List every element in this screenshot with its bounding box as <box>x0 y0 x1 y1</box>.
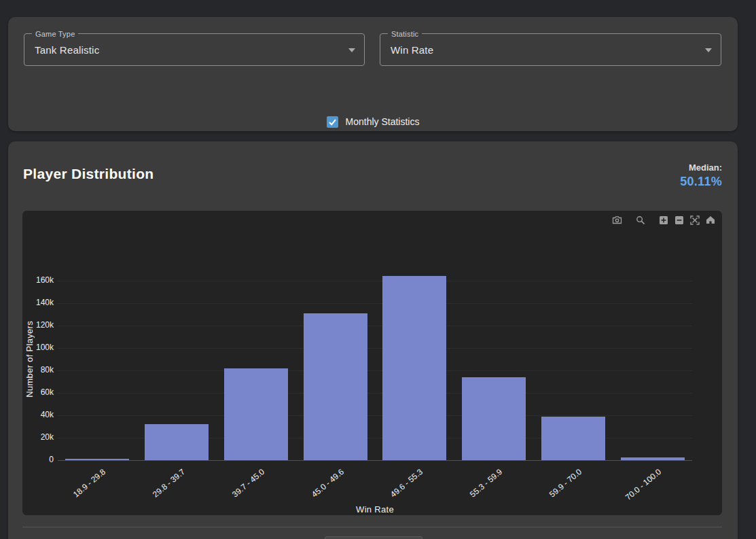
chevron-down-icon <box>348 48 355 52</box>
median-value: 50.11% <box>680 175 722 189</box>
y-tick-label: 20k <box>22 432 54 442</box>
camera-icon[interactable] <box>611 214 624 226</box>
section-divider <box>22 527 722 527</box>
chevron-down-icon <box>705 48 712 52</box>
x-tick-label: 49.6 - 55.3 <box>389 467 425 500</box>
x-tick-label: 39.7 - 45.0 <box>230 467 266 500</box>
statistic-select[interactable]: Statistic Win Rate <box>380 33 721 66</box>
y-tick-label: 160k <box>22 275 54 285</box>
filters-card: Game Type Tank Realistic Statistic Win R… <box>8 17 738 131</box>
x-tick-label: 45.0 - 49.6 <box>310 467 346 500</box>
zoom-out-icon[interactable] <box>672 214 685 226</box>
y-tick-label: 0 <box>22 455 54 464</box>
statistic-label: Statistic <box>388 30 422 38</box>
x-tick-label: 59.9 - 70.0 <box>547 467 583 500</box>
x-tick-label: 18.9 - 29.8 <box>71 467 107 500</box>
game-type-value: Tank Realistic <box>35 44 99 56</box>
x-axis-title: Win Rate <box>58 504 692 515</box>
zoom-in-icon[interactable] <box>657 214 670 226</box>
gridline <box>58 281 692 281</box>
bar <box>145 424 209 460</box>
bar <box>541 417 605 460</box>
y-tick-label: 140k <box>22 298 54 307</box>
autoscale-icon[interactable] <box>688 214 701 226</box>
card-head: Player Distribution Median: 50.11% <box>8 141 738 211</box>
player-distribution-card: Player Distribution Median: 50.11% <box>8 141 738 539</box>
game-type-select[interactable]: Game Type Tank Realistic <box>24 33 365 66</box>
gridline <box>58 326 692 326</box>
x-axis-line <box>58 460 692 461</box>
bar <box>304 313 367 460</box>
median-block: Median: 50.11% <box>680 162 722 189</box>
zoom-icon[interactable] <box>634 214 647 226</box>
y-axis-title: Number of Players <box>24 321 35 398</box>
x-tick-label: 55.3 - 59.9 <box>468 467 504 500</box>
game-type-label: Game Type <box>32 30 78 38</box>
page-title: Player Distribution <box>23 166 154 182</box>
gridline <box>58 415 692 416</box>
bar <box>65 459 129 460</box>
gridline <box>58 393 692 394</box>
bar <box>224 368 288 460</box>
gridline <box>58 303 692 304</box>
home-icon[interactable] <box>704 214 717 226</box>
bar <box>462 377 526 460</box>
x-tick-label: 70.0 - 100.0 <box>624 467 663 502</box>
checkbox-checked-icon[interactable] <box>327 116 338 128</box>
bar <box>382 276 446 460</box>
monthly-statistics-label: Monthly Statistics <box>346 116 420 127</box>
x-tick-label: 29.8 - 39.7 <box>151 467 187 500</box>
median-label: Median: <box>680 162 722 173</box>
gridline <box>58 348 692 349</box>
statistic-value: Win Rate <box>391 44 433 56</box>
partial-control[interactable] <box>325 536 422 539</box>
gridline <box>58 370 692 371</box>
monthly-statistics-checkbox[interactable]: Monthly Statistics <box>8 114 738 129</box>
chart-modebar <box>611 214 717 226</box>
y-tick-label: 40k <box>22 410 54 419</box>
chart-area[interactable]: 020k40k60k80k100k120k140k160k18.9 - 29.8… <box>22 211 722 515</box>
bar <box>621 457 685 460</box>
